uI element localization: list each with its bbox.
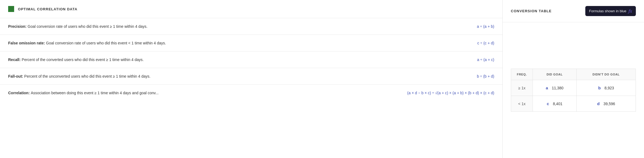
metric-formula: a ÷ (a + c) (477, 57, 494, 62)
did-goal-letter: a (546, 86, 548, 90)
metric-text: Correlation: Association between doing t… (8, 91, 407, 95)
metric-formula: a ÷ (a + b) (477, 24, 494, 29)
metric-text: Recall: Percent of the converted users w… (8, 57, 477, 62)
freq-cell: ≥ 1x (511, 80, 533, 96)
did-goal-cell: c8,401 (533, 96, 577, 112)
green-square-icon (8, 6, 14, 12)
did-goal-value: 8,401 (553, 102, 562, 106)
did-goal-cell: a11,380 (533, 80, 577, 96)
didnt-goal-letter: b (598, 86, 601, 90)
metric-formula: c ÷ (c + d) (477, 41, 494, 45)
didnt-goal-cell: b8,923 (577, 80, 636, 96)
table-row: < 1xc8,401d39,596 (511, 96, 636, 112)
metric-row: Correlation: Association between doing t… (0, 85, 502, 101)
metric-row: Precision: Goal conversion rate of users… (0, 18, 502, 35)
left-panel-title: OPTIMAL CORRELATION DATA (18, 7, 77, 11)
metric-row: Fall-out: Percent of the unconverted use… (0, 68, 502, 85)
left-header: OPTIMAL CORRELATION DATA (0, 0, 502, 18)
metric-text: False omission rate: Goal conversion rat… (8, 41, 477, 45)
metric-row: False omission rate: Goal conversion rat… (0, 35, 502, 51)
col-freq: FREQ. (511, 69, 533, 80)
did-goal-letter: c (547, 101, 549, 106)
metric-formula: b ÷ (b + d) (477, 74, 494, 78)
didnt-goal-value: 39,596 (604, 102, 615, 106)
didnt-goal-cell: d39,596 (577, 96, 636, 112)
formula-badge: Formulas shown in blue 𝑓𝑥 (585, 6, 636, 16)
fx-icon: 𝑓𝑥 (629, 8, 632, 14)
main-container: OPTIMAL CORRELATION DATA Precision: Goal… (0, 0, 644, 158)
didnt-goal-value: 8,923 (605, 86, 614, 90)
metrics-list: Precision: Goal conversion rate of users… (0, 18, 502, 158)
col-didnt-goal: DIDN'T DO GOAL (577, 69, 636, 80)
freq-cell: < 1x (511, 96, 533, 112)
col-did-goal: DID GOAL (533, 69, 577, 80)
metric-formula: (a × d − b × c) ÷ √(a + c) × (a + b) × (… (407, 91, 494, 95)
left-panel: OPTIMAL CORRELATION DATA Precision: Goal… (0, 0, 503, 158)
conversion-table: FREQ. DID GOAL DIDN'T DO GOAL ≥ 1xa11,38… (511, 69, 636, 112)
did-goal-value: 11,380 (552, 86, 564, 90)
metric-row: Recall: Percent of the converted users w… (0, 51, 502, 68)
right-header: CONVERSION TABLE Formulas shown in blue … (503, 0, 644, 22)
table-header: FREQ. DID GOAL DIDN'T DO GOAL (511, 69, 636, 80)
formula-badge-text: Formulas shown in blue (589, 9, 626, 13)
metric-text: Precision: Goal conversion rate of users… (8, 24, 477, 29)
conversion-table-wrapper: FREQ. DID GOAL DIDN'T DO GOAL ≥ 1xa11,38… (503, 22, 644, 158)
didnt-goal-letter: d (597, 101, 600, 106)
table-body: ≥ 1xa11,380b8,923< 1xc8,401d39,596 (511, 80, 636, 112)
right-panel-title: CONVERSION TABLE (511, 9, 552, 13)
metric-text: Fall-out: Percent of the unconverted use… (8, 74, 477, 78)
right-panel: CONVERSION TABLE Formulas shown in blue … (503, 0, 644, 158)
table-row: ≥ 1xa11,380b8,923 (511, 80, 636, 96)
